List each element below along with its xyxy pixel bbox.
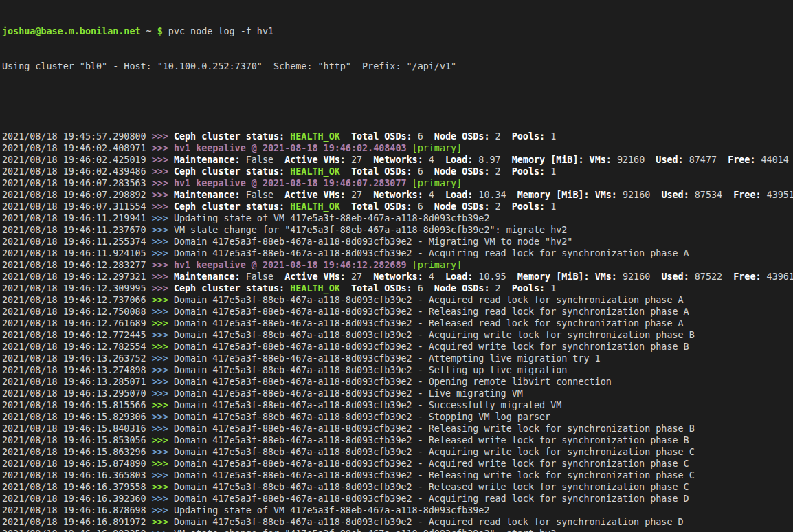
log-timestamp: 2021/08/18 19:46:15.863296	[2, 447, 152, 457]
log-fence-icon: >>>	[152, 470, 174, 480]
log-fence-icon: >>>	[152, 458, 174, 469]
log-message: Domain 417e5a3f-88eb-467a-a118-8d093cfb3…	[174, 517, 684, 527]
log-timestamp: 2021/08/18 19:46:12.737066	[2, 295, 152, 305]
log-line: 2021/08/18 19:46:12.283277 >>> hv1 keepa…	[2, 259, 793, 271]
log-message: Ceph cluster status: HEALTH_OK Total OSD…	[174, 283, 556, 293]
log-message: Domain 417e5a3f-88eb-467a-a118-8d093cfb3…	[174, 295, 684, 305]
log-line: 2021/08/18 19:46:02.439486 >>> Ceph clus…	[2, 166, 793, 177]
log-timestamp: 2021/08/18 19:46:13.295070	[2, 388, 152, 399]
log-timestamp: 2021/08/18 19:46:12.761689	[2, 318, 152, 329]
log-timestamp: 2021/08/18 19:46:15.840316	[2, 423, 152, 434]
log-fence-icon: >>>	[152, 166, 174, 177]
log-line: 2021/08/18 19:46:02.425019 >>> Maintenan…	[2, 154, 793, 166]
cluster-info-line: Using cluster "bl0" - Host: "10.100.0.25…	[2, 60, 793, 72]
log-timestamp: 2021/08/18 19:46:16.379558	[2, 482, 152, 492]
log-timestamp: 2021/08/18 19:46:07.311554	[2, 201, 152, 212]
log-timestamp: 2021/08/18 19:46:16.392360	[2, 494, 152, 504]
prompt-separator	[141, 26, 146, 36]
log-line: 2021/08/18 19:46:12.772445 >>> Domain 41…	[2, 329, 793, 341]
log-timestamp: 2021/08/18 19:46:07.283563	[2, 178, 152, 188]
log-message: Updating state of VM 417e5a3f-88eb-467a-…	[174, 213, 490, 223]
log-timestamp: 2021/08/18 19:46:15.853056	[2, 435, 152, 445]
log-line: 2021/08/18 19:46:12.761689 >>> Domain 41…	[2, 318, 793, 329]
log-message: Domain 417e5a3f-88eb-467a-a118-8d093cfb3…	[174, 342, 689, 352]
prompt-separator	[152, 26, 157, 36]
log-message: Domain 417e5a3f-88eb-467a-a118-8d093cfb3…	[174, 248, 689, 258]
log-fence-icon: >>>	[152, 178, 174, 188]
log-line: 2021/08/18 19:46:16.903250 >>> VM state …	[2, 528, 793, 532]
log-message: Domain 417e5a3f-88eb-467a-a118-8d093cfb3…	[174, 400, 561, 410]
log-timestamp: 2021/08/18 19:46:12.782554	[2, 342, 152, 352]
log-line: 2021/08/18 19:46:16.891972 >>> Domain 41…	[2, 516, 793, 528]
log-fence-icon: >>>	[152, 190, 174, 200]
log-message: Domain 417e5a3f-88eb-467a-a118-8d093cfb3…	[174, 458, 689, 469]
log-timestamp: 2021/08/18 19:46:11.924105	[2, 248, 152, 258]
log-fence-icon: >>>	[152, 342, 174, 352]
log-message: hv1 keepalive @ 2021-08-18 19:46:07.2830…	[174, 178, 462, 188]
log-fence-icon: >>>	[152, 225, 174, 235]
log-fence-icon: >>>	[152, 435, 174, 445]
log-message: Domain 417e5a3f-88eb-467a-a118-8d093cfb3…	[174, 365, 567, 375]
log-fence-icon: >>>	[152, 365, 174, 375]
log-timestamp: 2021/08/18 19:46:13.285071	[2, 377, 152, 387]
log-fence-icon: >>>	[152, 248, 174, 258]
log-fence-icon: >>>	[152, 529, 174, 532]
log-line: 2021/08/18 19:46:16.878698 >>> Updating …	[2, 505, 793, 516]
log-line: 2021/08/18 19:46:02.408971 >>> hv1 keepa…	[2, 142, 793, 154]
log-message: VM state change for "417e5a3f-88eb-467a-…	[174, 225, 567, 235]
log-timestamp: 2021/08/18 19:46:15.815566	[2, 400, 152, 410]
terminal-window[interactable]: joshua@base.m.bonilan.net ~ $ pvc node l…	[0, 0, 793, 532]
log-fence-icon: >>>	[152, 307, 174, 317]
prompt-user-host: joshua@base.m.bonilan.net	[2, 26, 141, 36]
log-fence-icon: >>>	[152, 400, 174, 410]
log-timestamp: 2021/08/18 19:46:11.237670	[2, 225, 152, 235]
log-timestamp: 2021/08/18 19:46:12.283277	[2, 260, 152, 270]
log-line: 2021/08/18 19:46:12.297321 >>> Maintenan…	[2, 271, 793, 282]
log-timestamp: 2021/08/18 19:46:02.425019	[2, 155, 152, 165]
log-message: Domain 417e5a3f-88eb-467a-a118-8d093cfb3…	[174, 353, 601, 364]
log-message: Ceph cluster status: HEALTH_OK Total OSD…	[174, 131, 556, 142]
log-timestamp: 2021/08/18 19:46:07.298892	[2, 190, 152, 200]
prompt-line: joshua@base.m.bonilan.net ~ $ pvc node l…	[2, 25, 793, 37]
log-message: Domain 417e5a3f-88eb-467a-a118-8d093cfb3…	[174, 330, 695, 340]
log-message: Ceph cluster status: HEALTH_OK Total OSD…	[174, 166, 556, 177]
log-line: 2021/08/18 19:46:12.782554 >>> Domain 41…	[2, 341, 793, 353]
log-fence-icon: >>>	[152, 330, 174, 340]
log-line: 2021/08/18 19:46:11.255374 >>> Domain 41…	[2, 236, 793, 247]
log-message: VM state change for "417e5a3f-88eb-467a-…	[174, 529, 556, 532]
log-message: Domain 417e5a3f-88eb-467a-a118-8d093cfb3…	[174, 377, 612, 387]
log-fence-icon: >>>	[152, 412, 174, 422]
log-message: Domain 417e5a3f-88eb-467a-a118-8d093cfb3…	[174, 318, 684, 329]
log-timestamp: 2021/08/18 19:46:11.219941	[2, 213, 152, 223]
log-message: Domain 417e5a3f-88eb-467a-a118-8d093cfb3…	[174, 482, 689, 492]
log-message: Maintenance: False Active VMs: 27 Networ…	[174, 155, 789, 165]
log-timestamp: 2021/08/18 19:46:16.365803	[2, 470, 152, 480]
log-timestamp: 2021/08/18 19:46:12.772445	[2, 330, 152, 340]
log-fence-icon: >>>	[152, 295, 174, 305]
log-fence-icon: >>>	[152, 494, 174, 504]
log-line: 2021/08/18 19:46:11.237670 >>> VM state …	[2, 224, 793, 236]
log-timestamp: 2021/08/18 19:46:12.297321	[2, 271, 152, 282]
log-line: 2021/08/18 19:46:13.263752 >>> Domain 41…	[2, 353, 793, 364]
log-message: Domain 417e5a3f-88eb-467a-a118-8d093cfb3…	[174, 236, 572, 247]
log-timestamp: 2021/08/18 19:46:15.874890	[2, 458, 152, 469]
prompt-symbol: $	[157, 26, 163, 36]
log-timestamp: 2021/08/18 19:46:13.274898	[2, 365, 152, 375]
prompt-cwd: ~	[146, 26, 152, 36]
log-timestamp: 2021/08/18 19:46:11.255374	[2, 236, 152, 247]
log-output: 2021/08/18 19:45:57.290800 >>> Ceph clus…	[2, 131, 793, 532]
log-line: 2021/08/18 19:46:12.750088 >>> Domain 41…	[2, 306, 793, 318]
log-message: Domain 417e5a3f-88eb-467a-a118-8d093cfb3…	[174, 435, 689, 445]
log-line: 2021/08/18 19:46:13.285071 >>> Domain 41…	[2, 376, 793, 388]
log-timestamp: 2021/08/18 19:45:57.290800	[2, 131, 152, 142]
log-fence-icon: >>>	[152, 482, 174, 492]
log-fence-icon: >>>	[152, 388, 174, 399]
log-timestamp: 2021/08/18 19:46:16.878698	[2, 505, 152, 516]
log-message: Updating state of VM 417e5a3f-88eb-467a-…	[174, 505, 490, 516]
log-timestamp: 2021/08/18 19:46:15.829306	[2, 412, 152, 422]
log-line: 2021/08/18 19:46:15.840316 >>> Domain 41…	[2, 423, 793, 434]
prompt-command: pvc node log -f hv1	[168, 26, 273, 36]
log-timestamp: 2021/08/18 19:46:12.309995	[2, 283, 152, 293]
log-line: 2021/08/18 19:46:13.295070 >>> Domain 41…	[2, 388, 793, 399]
log-fence-icon: >>>	[152, 143, 174, 153]
